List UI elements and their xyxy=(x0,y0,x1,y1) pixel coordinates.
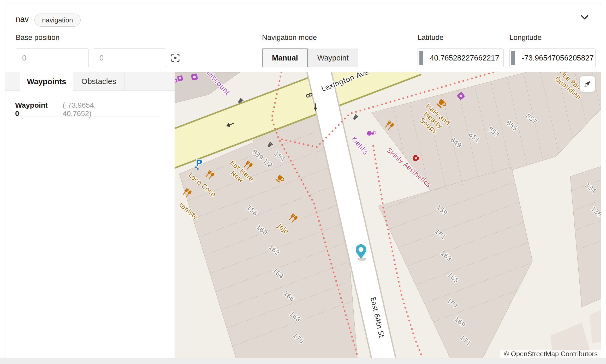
mode-waypoint-button[interactable]: Waypoint xyxy=(308,48,358,67)
map-container[interactable]: P xyxy=(175,72,601,358)
map-attribution: © OpenStreetMap Contributors xyxy=(500,350,601,358)
map-canvas[interactable]: P xyxy=(175,72,601,358)
navigation-panel: nav navigation Base position Navigation … xyxy=(0,0,606,364)
pick-position-button[interactable] xyxy=(170,52,181,64)
chevron-down-icon xyxy=(579,11,590,23)
bottom-strip xyxy=(0,358,606,364)
navigation-mode-toggle: Manual Waypoint xyxy=(262,48,358,67)
header-divider xyxy=(5,27,601,27)
latitude-label: Latitude xyxy=(418,33,444,42)
latitude-input[interactable] xyxy=(418,48,504,67)
compass-button[interactable] xyxy=(579,75,596,93)
waypoint-name: Waypoint 0 xyxy=(15,101,48,118)
compass-needle-icon xyxy=(580,76,595,92)
navigation-mode-label: Navigation mode xyxy=(262,33,317,42)
base-position-label: Base position xyxy=(16,33,60,42)
mode-manual-button[interactable]: Manual xyxy=(262,48,308,67)
latitude-field xyxy=(418,48,504,67)
list-divider xyxy=(15,117,160,117)
tab-waypoints[interactable]: Waypoints xyxy=(20,72,73,91)
collapse-button[interactable] xyxy=(579,11,590,23)
longitude-input[interactable] xyxy=(509,48,596,67)
tab-obstacles[interactable]: Obstacles xyxy=(73,72,125,90)
longitude-label: Longitude xyxy=(509,33,542,42)
marker-shadow xyxy=(358,258,366,261)
navigation-badge: navigation xyxy=(34,14,81,27)
waypoint-coords: (-73.9654, 40.7652) xyxy=(63,101,96,118)
parking-icon xyxy=(195,158,202,170)
page-title: nav xyxy=(16,15,29,24)
base-position-y-input[interactable] xyxy=(93,48,166,67)
longitude-field xyxy=(509,48,596,67)
base-position-x-input[interactable] xyxy=(16,48,89,67)
crosshair-icon xyxy=(170,52,181,64)
